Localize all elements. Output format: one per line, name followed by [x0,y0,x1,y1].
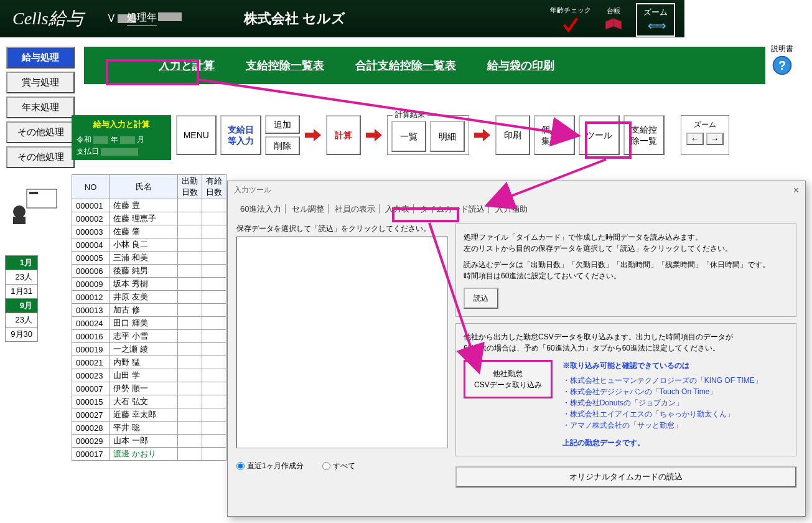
zoom-arrows-icon: ⇐⇒ [648,18,664,33]
personal-button[interactable]: 個人別 集計 [534,115,575,155]
table-row[interactable]: 000001佐藤 豊 [72,199,226,212]
sidebar-yearend[interactable]: 年末処理 [6,97,75,118]
table-row[interactable]: 000009坂本 秀樹 [72,278,226,291]
table-row[interactable]: 000016志平 小雪 [72,330,226,343]
book-icon [604,17,623,34]
help-button[interactable]: 説明書 ? [771,44,793,78]
age-check-button[interactable]: 年齢チェック [550,6,591,35]
sidebar-salary[interactable]: 給与処理 [6,47,75,68]
zoom-out-button[interactable]: ← [686,133,704,145]
read-button[interactable]: 読込 [464,288,498,309]
add-button[interactable]: 追加 [265,115,300,134]
nav-input-calc[interactable]: 入力と計算 [159,58,215,73]
col-name: 氏名 [110,175,178,199]
tab-emp[interactable]: 社員の表示 [331,204,380,214]
svg-rect-5 [13,217,26,224]
svg-text:?: ? [778,59,786,72]
illustration-icon [9,187,59,224]
green-nav-bar: 入力と計算 支給控除一覧表 合計支給控除一覧表 給与袋の印刷 [84,47,765,84]
calc-button[interactable]: 計算 [326,115,361,155]
zoom-in-button[interactable]: → [706,133,724,145]
nav-deduction-list[interactable]: 支給控除一覧表 [246,58,324,73]
table-row[interactable]: 000002佐藤 理恵子 [72,212,226,225]
col-paiddays: 有給 日数 [202,175,226,199]
dialog-close-button[interactable]: × [793,185,799,196]
tab-input[interactable]: 入力表 [381,204,414,214]
pay-input-button[interactable]: 支給日 等入力 [220,115,261,155]
nav-total-deduction[interactable]: 合計支給控除一覧表 [355,58,456,73]
tool-button[interactable]: ツール [579,115,620,155]
radio-all[interactable]: すべて [322,461,355,471]
left-panel-label: 保存データを選択して「読込」をクリックしてください。 [236,224,448,234]
arrow-icon [304,115,322,155]
sidebar: 給与処理 賞与処理 年末処理 その他処理 その他処理 [6,47,75,168]
csv-import-button[interactable]: 他社勤怠 CSVデータ取り込み [464,360,553,398]
table-row[interactable]: 000005三浦 和美 [72,252,226,265]
deduction-list-button[interactable]: 支給控 除一覧 [623,115,665,155]
table-row[interactable]: 000027近藤 幸太郎 [72,408,226,422]
tab-cell[interactable]: セル調整 [288,204,329,214]
table-row[interactable]: 000006後藤 純男 [72,265,226,278]
input-tool-dialog: 入力ツール × 60進法入力 セル調整 社員の表示 入力表 タイムカード読込 入… [227,181,806,517]
app-title: Cells給与 [12,7,83,31]
table-row[interactable]: 000028平井 聡 [72,422,226,435]
result-group: 計算結果 一覧 明細 [387,115,469,155]
left-summary: 1月 23人 1月31 9月 23人 9月30 [5,255,38,342]
sub-toolbar: 給与入力と計算 令和 年 月 支払日 MENU 支給日 等入力 追加 削除 計算… [72,115,756,160]
print-button[interactable]: 印刷 [495,115,530,155]
svg-rect-3 [29,192,38,194]
company-name: 株式会社 セルズ [244,9,345,28]
sidebar-bonus[interactable]: 賞与処理 [6,72,75,93]
processing-year-label: 処理年 [127,11,157,26]
sub-green-panel: 給与入力と計算 令和 年 月 支払日 [72,115,171,160]
table-row[interactable]: 000023山田 学 [72,369,226,382]
employee-table: NO 氏名 出勤 日数 有給 日数 000001佐藤 豊000002佐藤 理恵子… [72,174,226,461]
list-button[interactable]: 一覧 [391,121,426,152]
panel-csv: 他社から出力した勤怠CSVデータを取り込みます。出力した時間項目のデータが 60… [455,323,796,456]
sidebar-other2[interactable]: その他処理 [6,146,75,168]
app-header: Cells給与 V 処理年 株式会社 セルズ 年齢チェック 台帳 ズーム ⇐⇒ [0,0,684,37]
table-row[interactable]: 000004小林 良二 [72,238,226,252]
table-row[interactable]: 000003佐藤 肇 [72,225,226,238]
zoom-button[interactable]: ズーム ⇐⇒ [636,3,675,37]
menu-button[interactable]: MENU [176,115,217,155]
table-row[interactable]: 000015大石 弘文 [72,395,226,408]
table-row[interactable]: 000019一之瀬 綾 [72,343,226,356]
table-row[interactable]: 000021内野 猛 [72,356,226,369]
version-label: V [108,13,115,24]
sidebar-other1[interactable]: その他処理 [6,121,75,143]
tab-timecard[interactable]: タイムカード読込 [416,204,489,214]
ledger-button[interactable]: 台帳 [604,6,623,34]
zoom-panel: ズーム ← → [681,115,729,155]
table-row[interactable]: 000024田口 輝美 [72,317,226,330]
tab-assist[interactable]: 入力補助 [492,204,531,214]
svg-point-4 [13,205,26,218]
panel-timecard: 処理ファイル「タイムカード」で作成した時間データを読み込みます。 左のリストから… [455,224,796,317]
nav-print-envelope[interactable]: 給与袋の印刷 [487,58,554,73]
delete-button[interactable]: 削除 [265,136,300,155]
detail-button[interactable]: 明細 [430,121,465,152]
table-row[interactable]: 000013加古 修 [72,304,226,317]
dialog-title: 入力ツール [234,185,271,196]
col-no: NO [72,175,110,199]
original-timecard-button[interactable]: オリジナルタイムカードの読込 [455,466,796,488]
arrow-icon [365,115,383,155]
compatible-list: 株式会社ヒューマンテクノロジーズの「KING OF TIME」株式会社デジジャパ… [562,375,788,431]
dialog-tabs: 60進法入力 セル調整 社員の表示 入力表 タイムカード読込 入力補助 [228,200,805,219]
tab-60[interactable]: 60進法入力 [236,204,286,214]
table-row[interactable]: 000012井原 友美 [72,291,226,304]
arrow-icon [473,115,492,155]
table-row[interactable]: 000007伊勢 順一 [72,382,226,395]
table-row[interactable]: 000017渡邊 かおり [72,448,226,461]
table-row[interactable]: 000029山本 一郎 [72,435,226,448]
col-workdays: 出勤 日数 [178,175,202,199]
data-listbox[interactable] [236,237,448,448]
radio-recent[interactable]: 直近1ヶ月作成分 [236,461,304,471]
check-icon [562,16,579,35]
